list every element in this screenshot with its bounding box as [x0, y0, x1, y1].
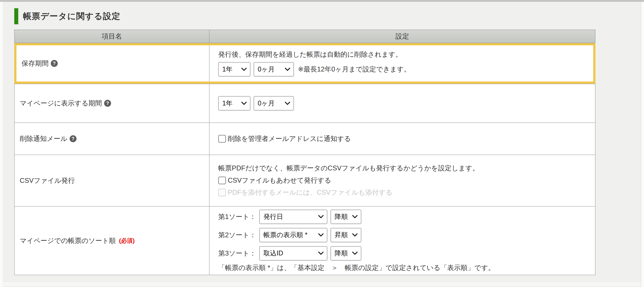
- sort2-label: 第2ソート：: [218, 230, 256, 240]
- sort2-order-value: 昇順: [334, 230, 348, 239]
- csv-label-cell: CSVファイル発行: [14, 155, 210, 206]
- retention-year-select[interactable]: 1年: [218, 62, 250, 76]
- help-icon[interactable]: ?: [104, 100, 111, 107]
- table-header-row: 項目名 設定: [14, 30, 596, 43]
- csv-issue-checkbox-label: CSVファイルもあわせて発行する: [228, 176, 331, 185]
- sort-order-label: マイページでの帳票のソート順: [20, 236, 116, 245]
- chevron-down-icon: [241, 102, 247, 105]
- sort-line-2: 第2ソート： 帳票の表示順 * 昇順: [218, 228, 595, 242]
- delete-mail-label: 削除通知メール: [20, 134, 68, 143]
- chevron-down-icon: [285, 102, 290, 105]
- column-header-setting: 設定: [210, 30, 595, 43]
- chevron-down-icon: [352, 233, 358, 237]
- page-title: 帳票データに関する設定: [23, 11, 120, 22]
- mypage-period-label-cell: マイページに表示する期間 ?: [14, 84, 210, 122]
- chevron-down-icon: [241, 68, 247, 71]
- delete-mail-label-cell: 削除通知メール ?: [14, 123, 210, 155]
- sort3-label: 第3ソート：: [218, 249, 256, 258]
- csv-setting-cell: 帳票PDFだけでなく、帳票データのCSVファイルも発行するかどうかを設定します。…: [210, 155, 595, 206]
- retention-max-note: ※最長12年0ヶ月まで設定できます。: [298, 65, 410, 74]
- chevron-down-icon: [318, 251, 324, 255]
- sort-order-note: 「帳票の表示順 *」は、「基本設定 ＞ 帳票の設定」で設定されている「表示順」で…: [218, 264, 595, 272]
- mypage-period-setting-cell: 1年 0ヶ月: [210, 84, 595, 122]
- sort-order-setting-cell: 第1ソート： 発行日 降順 第2ソート： 帳票の表示順 *: [210, 207, 595, 275]
- retention-month-value: 0ヶ月: [258, 65, 275, 74]
- sort3-order-select[interactable]: 降順: [330, 246, 361, 260]
- delete-mail-setting-cell: 削除を管理者メールアドレスに通知する: [210, 123, 595, 155]
- chevron-down-icon: [352, 215, 358, 218]
- chevron-down-icon: [285, 68, 290, 71]
- required-badge: (必須): [119, 237, 134, 245]
- top-divider: [0, 0, 644, 2]
- table-row-delete-mail: 削除通知メール ? 削除を管理者メールアドレスに通知する: [14, 123, 596, 155]
- csv-attach-checkbox-disabled: [218, 189, 226, 196]
- mypage-period-month-value: 0ヶ月: [258, 99, 275, 108]
- sort1-order-value: 降順: [334, 212, 348, 221]
- bottom-edge: [2, 282, 641, 286]
- sort2-order-select[interactable]: 昇順: [330, 228, 361, 242]
- sort1-field-select[interactable]: 発行日: [259, 210, 327, 224]
- retention-month-select[interactable]: 0ヶ月: [254, 62, 294, 76]
- csv-label: CSVファイル発行: [20, 176, 75, 185]
- sort-line-3: 第3ソート： 取込ID 降順: [218, 246, 595, 260]
- retention-description: 発行後、保存期間を経過した帳票は自動的に削除されます。: [218, 51, 593, 59]
- settings-table: 項目名 設定 保存期間 ? 発行後、保存期間を経過した帳票は自動的に削除されます…: [14, 30, 596, 275]
- mypage-period-label: マイページに表示する期間: [20, 99, 102, 108]
- sort3-field-value: 取込ID: [263, 249, 283, 258]
- sort1-label: 第1ソート：: [218, 212, 256, 221]
- section-accent-bar: [14, 8, 18, 24]
- sort2-field-select[interactable]: 帳票の表示順 *: [259, 228, 327, 242]
- csv-attach-checkbox-label: PDFを添付するメールには、CSVファイルも添付する: [228, 188, 392, 197]
- sort3-order-value: 降順: [334, 249, 348, 258]
- csv-description: 帳票PDFだけでなく、帳票データのCSVファイルも発行するかどうかを設定します。: [218, 164, 595, 172]
- table-row-csv: CSVファイル発行 帳票PDFだけでなく、帳票データのCSVファイルも発行するか…: [14, 155, 596, 207]
- chevron-down-icon: [318, 215, 324, 218]
- table-row-mypage-period: マイページに表示する期間 ? 1年 0ヶ月: [14, 84, 596, 123]
- sort1-order-select[interactable]: 降順: [330, 210, 361, 224]
- sort-line-1: 第1ソート： 発行日 降順: [218, 210, 595, 224]
- retention-year-value: 1年: [222, 65, 232, 74]
- content-area: 帳票データに関する設定 項目名 設定 保存期間 ? 発行後、保存期間を経過した帳…: [2, 2, 641, 287]
- retention-label: 保存期間: [22, 59, 48, 68]
- retention-setting-cell: 発行後、保存期間を経過した帳票は自動的に削除されます。 1年 0ヶ月 ※最長12…: [210, 45, 593, 82]
- chevron-down-icon: [352, 251, 358, 255]
- csv-issue-checkbox[interactable]: [218, 177, 226, 184]
- mypage-period-year-select[interactable]: 1年: [218, 96, 250, 110]
- sort-order-label-cell: マイページでの帳票のソート順 (必須): [14, 207, 210, 275]
- help-icon[interactable]: ?: [70, 135, 76, 142]
- retention-label-cell: 保存期間 ?: [16, 45, 210, 82]
- table-row-sort-order: マイページでの帳票のソート順 (必須) 第1ソート： 発行日 降順 第: [14, 207, 596, 275]
- sort3-field-select[interactable]: 取込ID: [259, 246, 327, 260]
- mypage-period-month-select[interactable]: 0ヶ月: [254, 96, 294, 110]
- mypage-period-year-value: 1年: [222, 99, 232, 108]
- help-icon[interactable]: ?: [51, 60, 58, 67]
- delete-mail-checkbox-label: 削除を管理者メールアドレスに通知する: [228, 134, 351, 143]
- table-row-retention: 保存期間 ? 発行後、保存期間を経過した帳票は自動的に削除されます。 1年 0ヶ…: [14, 43, 596, 84]
- column-header-item-name: 項目名: [14, 30, 210, 43]
- sort1-field-value: 発行日: [263, 212, 283, 221]
- section-header: 帳票データに関する設定: [14, 8, 120, 24]
- sort2-field-value: 帳票の表示順 *: [263, 230, 308, 239]
- chevron-down-icon: [318, 233, 324, 237]
- delete-mail-checkbox[interactable]: [218, 135, 226, 143]
